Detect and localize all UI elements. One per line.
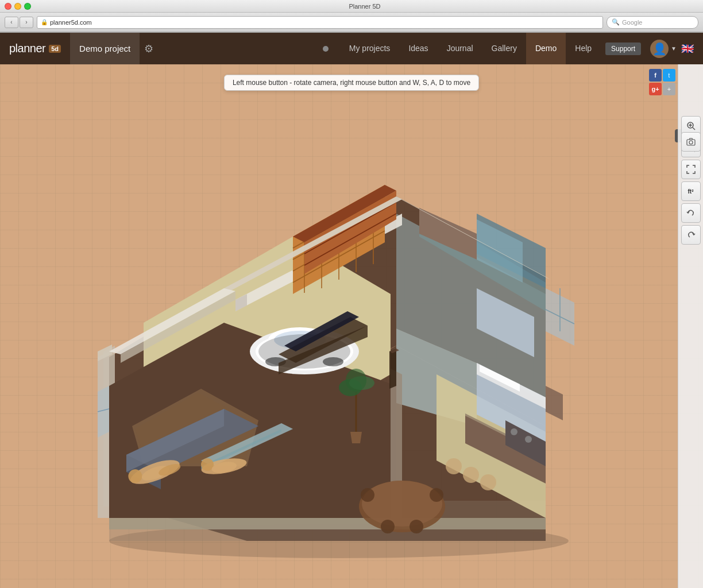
svg-point-8 — [689, 141, 693, 144]
address-bar[interactable]: 🔒 planner5d.com — [37, 16, 603, 29]
svg-point-71 — [480, 474, 496, 490]
avatar: 👤 — [650, 40, 669, 58]
svg-line-1 — [693, 127, 695, 130]
address-text: planner5d.com — [50, 19, 92, 26]
svg-point-74 — [361, 488, 374, 502]
language-flag[interactable]: 🇬🇧 — [681, 42, 694, 55]
svg-marker-98 — [389, 349, 396, 389]
project-name[interactable]: Demo project — [70, 33, 140, 64]
status-dot — [323, 46, 329, 52]
support-button[interactable]: Support — [605, 42, 641, 55]
maximize-button[interactable] — [24, 3, 31, 10]
nav-links: My projects Ideas Journal Gallery Demo H… — [340, 33, 601, 64]
svg-marker-60 — [546, 386, 563, 420]
svg-point-73 — [362, 481, 442, 527]
avatar-area[interactable]: 👤 ▼ — [650, 40, 677, 58]
back-button[interactable]: ‹ — [5, 17, 18, 28]
svg-point-70 — [463, 467, 479, 483]
svg-point-67 — [511, 428, 517, 435]
window-title: Planner 5D — [31, 3, 698, 10]
svg-point-77 — [410, 520, 423, 533]
browser-toolbar: ‹ › 🔒 planner5d.com 🔍 Google — [0, 13, 703, 32]
logo-area: planner 5d — [9, 42, 61, 55]
social-buttons: f t g+ + — [649, 69, 675, 95]
twitter-button[interactable]: t — [663, 69, 675, 82]
svg-point-89 — [346, 369, 366, 392]
svg-marker-90 — [350, 432, 362, 443]
settings-button[interactable]: ⚙ — [140, 42, 158, 55]
share-button[interactable]: + — [663, 83, 675, 95]
avatar-dropdown[interactable]: ▼ — [671, 45, 677, 52]
close-button[interactable] — [5, 3, 11, 10]
main-canvas[interactable]: Left mouse button - rotate camera, right… — [0, 64, 703, 588]
forward-button[interactable]: › — [20, 17, 33, 28]
traffic-lights — [5, 3, 31, 10]
svg-point-75 — [430, 488, 443, 502]
nav-gallery[interactable]: Gallery — [482, 33, 526, 64]
svg-point-68 — [525, 436, 532, 443]
nav-help[interactable]: Help — [566, 33, 601, 64]
browser-chrome: Planner 5D ‹ › 🔒 planner5d.com 🔍 Google — [0, 0, 703, 33]
app-header: planner 5d Demo project ⚙ My projects Id… — [0, 33, 703, 64]
minimize-button[interactable] — [14, 3, 21, 10]
svg-marker-28 — [109, 518, 546, 529]
search-bar[interactable]: 🔍 Google — [607, 16, 698, 29]
svg-point-69 — [446, 458, 462, 474]
logo-suffix: 5d — [49, 45, 61, 53]
camera-button[interactable] — [681, 132, 701, 152]
nav-my-projects[interactable]: My projects — [340, 33, 400, 64]
floorplan-3d[interactable] — [17, 93, 638, 575]
undo-button[interactable] — [681, 203, 701, 223]
nav-buttons: ‹ › — [5, 17, 33, 28]
nav-journal[interactable]: Journal — [438, 33, 482, 64]
fullscreen-button[interactable] — [681, 160, 701, 179]
browser-titlebar: Planner 5D — [0, 0, 703, 13]
search-icon: 🔍 — [612, 18, 620, 26]
redo-button[interactable] — [681, 225, 701, 245]
googleplus-button[interactable]: g+ — [649, 83, 662, 95]
nav-ideas[interactable]: Ideas — [399, 33, 437, 64]
nav-demo[interactable]: Demo — [526, 33, 566, 64]
logo-text: planner — [9, 42, 45, 55]
lock-icon: 🔒 — [41, 19, 48, 25]
svg-point-76 — [381, 520, 395, 533]
units-button[interactable]: ft² — [681, 181, 701, 201]
facebook-button[interactable]: f — [649, 69, 662, 82]
search-placeholder: Google — [622, 19, 642, 26]
